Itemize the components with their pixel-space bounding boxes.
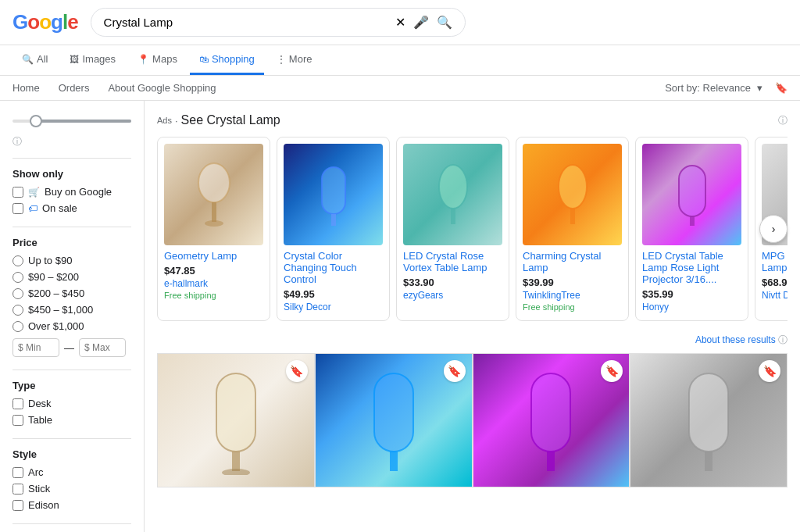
product-img-0 — [164, 144, 263, 245]
price-radio-200-450[interactable] — [12, 288, 23, 299]
type-table-checkbox[interactable] — [12, 415, 23, 426]
product-price-0: $47.85 — [164, 265, 263, 277]
top-nav-right: Sort by: Relevance ▾ 🔖 — [665, 82, 788, 94]
product-name-1: Crystal Color Changing Touch Control — [284, 250, 383, 285]
product-seller-5: Nivtt Dog Cat Toy — [762, 290, 788, 301]
type-desk-checkbox[interactable] — [12, 398, 23, 409]
on-sale-label: On sale — [42, 202, 77, 214]
svg-rect-8 — [570, 209, 575, 224]
tab-more[interactable]: ⋮ More — [267, 45, 322, 75]
price-radio-0-90[interactable] — [12, 255, 23, 266]
sort-label[interactable]: Sort by: Relevance — [665, 82, 751, 94]
grid-img-0: 🔖 — [158, 354, 314, 487]
price-min-input[interactable] — [12, 338, 59, 357]
grid-card-0[interactable]: 🔖 — [157, 353, 315, 487]
about-results-text[interactable]: About these results — [695, 334, 776, 345]
type-table: Table — [12, 414, 131, 426]
svg-rect-21 — [705, 452, 712, 471]
product-card-2[interactable]: LED Crystal Rose Vortex Table Lamp $33.9… — [396, 137, 509, 321]
svg-rect-4 — [331, 214, 336, 226]
bookmark-btn-2[interactable]: 🔖 — [601, 360, 623, 382]
search-icon[interactable]: 🔍 — [437, 15, 452, 30]
price-slider-container — [12, 120, 131, 123]
all-icon: 🔍 — [22, 54, 34, 65]
grid-card-2[interactable]: 🔖 — [473, 353, 630, 487]
product-card-4[interactable]: LED Crystal Table Lamp Rose Light Projec… — [635, 137, 748, 321]
slider-filled — [36, 120, 131, 123]
product-price-2: $33.90 — [403, 277, 502, 288]
product-shipping-3: Free shipping — [523, 302, 622, 312]
search-bar-icons: ✕ 🎤 🔍 — [395, 15, 452, 30]
svg-rect-13 — [216, 373, 255, 452]
grid-card-3[interactable]: 🔖 — [630, 353, 788, 487]
shopping-icon: 🛍 — [199, 54, 209, 65]
product-seller-2: ezyGears — [403, 290, 502, 301]
price-450-1000: $450 – $1,000 — [12, 304, 131, 316]
top-nav-links: Home Orders About Google Shopping — [12, 82, 216, 94]
price-section: Price Up to $90 $90 – $200 $200 – $450 $… — [12, 237, 131, 357]
bookmark-btn-3[interactable]: 🔖 — [759, 360, 780, 382]
tab-all[interactable]: 🔍 All — [12, 45, 57, 75]
svg-point-5 — [439, 165, 467, 209]
type-desk: Desk — [12, 398, 131, 409]
tab-maps[interactable]: 📍 Maps — [128, 45, 187, 75]
tag-icon: 🏷 — [28, 203, 38, 214]
ads-info-icon[interactable]: ⓘ — [778, 114, 788, 127]
grid-card-1[interactable]: 🔖 — [315, 353, 473, 487]
ads-label: Ads — [157, 116, 172, 125]
product-card-1[interactable]: Crystal Color Changing Touch Control $49… — [277, 137, 390, 321]
product-name-5: MPG LED Crystal Lamp — [762, 250, 788, 273]
price-range-dash: — — [64, 342, 74, 354]
price-radio-1000+[interactable] — [12, 321, 23, 332]
product-img-3 — [523, 144, 622, 245]
search-input[interactable] — [104, 16, 389, 29]
svg-rect-17 — [390, 452, 398, 471]
price-max-input[interactable] — [79, 338, 126, 357]
top-nav: Home Orders About Google Shopping Sort b… — [0, 76, 800, 101]
bookmark-btn-0[interactable]: 🔖 — [286, 360, 308, 382]
tab-images[interactable]: 🖼 Images — [60, 45, 125, 75]
ads-title: See Crystal Lamp — [181, 113, 280, 127]
cart-icon: 🛒 — [28, 187, 40, 198]
product-img-1 — [284, 144, 383, 245]
grid-img-3: 🔖 — [630, 354, 787, 487]
svg-rect-1 — [212, 202, 216, 222]
bookmark-icon[interactable]: 🔖 — [775, 82, 788, 94]
on-sale-option: 🏷 On sale — [12, 202, 131, 214]
product-card-0[interactable]: Geometry Lamp $47.85 e-hallmark Free shi… — [157, 137, 270, 321]
carousel-next-button[interactable]: › — [759, 215, 788, 243]
price-radio-450-1000[interactable] — [12, 305, 23, 316]
bookmark-btn-1[interactable]: 🔖 — [444, 360, 466, 382]
product-carousel: Geometry Lamp $47.85 e-hallmark Free shi… — [157, 137, 788, 321]
price-radio-90-200[interactable] — [12, 272, 23, 283]
type-section: Type Desk Table — [12, 380, 131, 426]
slider-thumb[interactable] — [30, 115, 42, 127]
style-edison-checkbox[interactable] — [12, 500, 23, 511]
mic-icon[interactable]: 🎤 — [413, 15, 429, 30]
svg-rect-9 — [679, 166, 705, 216]
product-seller-3: TwinklingTree — [523, 290, 622, 301]
nav-orders[interactable]: Orders — [59, 82, 90, 94]
ads-dot: · — [175, 115, 178, 127]
search-bar: ✕ 🎤 🔍 — [91, 8, 466, 37]
buy-on-google-label: Buy on Google — [45, 186, 112, 198]
nav-tabs: 🔍 All 🖼 Images 📍 Maps 🛍 Shopping ⋮ More — [0, 45, 800, 76]
buy-on-google-option: 🛒 Buy on Google — [12, 186, 131, 198]
product-price-3: $39.99 — [523, 277, 622, 288]
product-seller-4: Honyy — [642, 302, 741, 312]
style-arc-checkbox[interactable] — [12, 467, 23, 478]
price-slider-track — [12, 120, 131, 123]
type-title: Type — [12, 380, 131, 391]
svg-rect-3 — [322, 167, 345, 214]
sort-chevron-icon[interactable]: ▾ — [757, 82, 762, 94]
product-card-3[interactable]: Charming Crystal Lamp $39.99 TwinklingTr… — [516, 137, 629, 321]
style-stick-checkbox[interactable] — [12, 484, 23, 495]
more-icon: ⋮ — [277, 54, 286, 65]
on-sale-checkbox[interactable] — [12, 203, 23, 214]
svg-point-2 — [205, 220, 223, 227]
nav-home[interactable]: Home — [12, 82, 40, 94]
tab-shopping[interactable]: 🛍 Shopping — [190, 45, 264, 75]
buy-on-google-checkbox[interactable] — [12, 187, 23, 198]
nav-about[interactable]: About Google Shopping — [108, 82, 216, 94]
clear-icon[interactable]: ✕ — [395, 15, 405, 30]
